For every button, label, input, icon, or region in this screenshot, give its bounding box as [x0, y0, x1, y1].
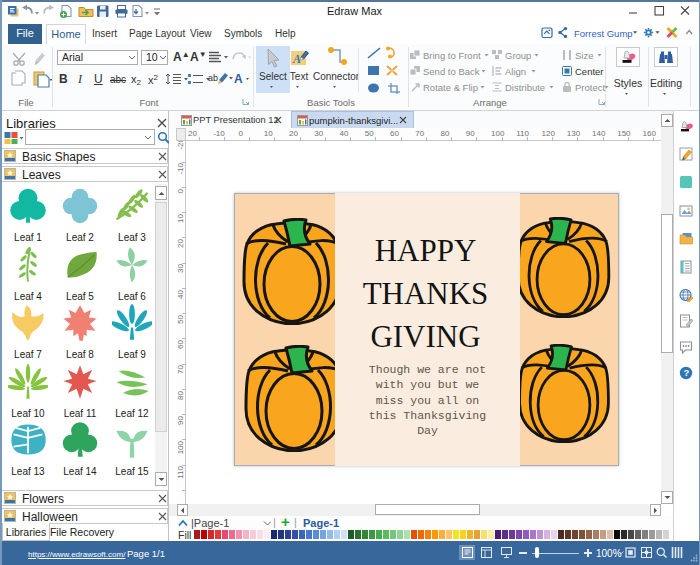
svg-text:A: A	[292, 52, 301, 66]
svg-text:?: ?	[684, 367, 690, 378]
svg-text:ab: ab	[208, 73, 218, 83]
